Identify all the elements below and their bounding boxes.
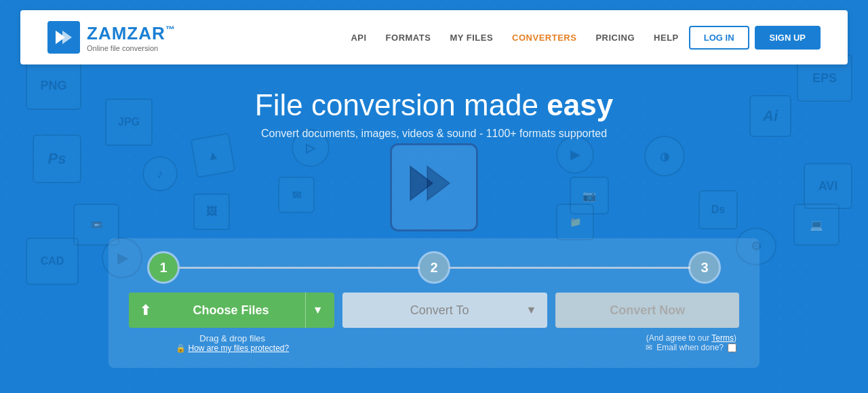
nav-link-converters[interactable]: CONVERTERS bbox=[512, 33, 576, 43]
agree-area: (And agree to our Terms) ✉ Email when do… bbox=[535, 333, 736, 353]
drag-drop-area: Drag & drop files 🔒 How are my files pro… bbox=[132, 333, 333, 353]
steps-indicator: 1 2 3 bbox=[129, 253, 739, 282]
nav-item-myfiles[interactable]: MY FILES bbox=[450, 31, 493, 43]
nav-item-formats[interactable]: FORMATS bbox=[386, 31, 431, 43]
form-below: Drag & drop files 🔒 How are my files pro… bbox=[129, 333, 739, 353]
step-line-1 bbox=[178, 267, 420, 269]
logo-tagline: Online file conversion bbox=[87, 44, 176, 52]
step-3-number: 3 bbox=[701, 260, 708, 276]
hero-title: File conversion made easy bbox=[0, 88, 868, 122]
convert-to-dropdown-arrow[interactable]: ▼ bbox=[526, 304, 537, 316]
email-text-area: ✉ Email when done? bbox=[535, 343, 736, 352]
convert-to-label: Convert To bbox=[353, 303, 526, 318]
nav-link-myfiles[interactable]: MY FILES bbox=[450, 33, 493, 43]
logo-icon bbox=[47, 21, 80, 54]
nav-link-help[interactable]: HELP bbox=[654, 33, 679, 43]
step-1: 1 bbox=[149, 253, 178, 282]
step-3: 3 bbox=[690, 253, 719, 282]
email-icon: ✉ bbox=[646, 343, 652, 352]
nav-item-api[interactable]: API bbox=[351, 31, 366, 43]
empty-center bbox=[333, 333, 534, 353]
agree-text: (And agree to our Terms) bbox=[535, 333, 736, 343]
step-2: 2 bbox=[420, 253, 448, 282]
drag-drop-text: Drag & drop files bbox=[132, 333, 333, 343]
buttons-row: ⬆ Choose Files ▼ Convert To ▼ Convert No… bbox=[129, 293, 739, 328]
login-button[interactable]: LOG IN bbox=[689, 26, 749, 50]
step-1-number: 1 bbox=[159, 260, 167, 276]
nav-item-help[interactable]: HELP bbox=[654, 31, 679, 43]
logo-name-text: ZAMZAR bbox=[87, 23, 165, 43]
hero-title-normal: File conversion made bbox=[255, 88, 547, 121]
navbar: ZAMZAR™ Online file conversion API FORMA… bbox=[20, 10, 848, 64]
signup-button[interactable]: SIGN UP bbox=[755, 26, 821, 50]
center-logo-box bbox=[390, 143, 478, 231]
choose-files-button[interactable]: ⬆ Choose Files ▼ bbox=[129, 293, 334, 328]
upload-icon: ⬆ bbox=[140, 302, 151, 318]
nav-links: API FORMATS MY FILES CONVERTERS PRICING … bbox=[351, 31, 678, 43]
play-arrows-icon bbox=[407, 160, 461, 215]
step-line-2 bbox=[448, 267, 690, 269]
protected-link-area: 🔒 How are my files protected? bbox=[132, 343, 333, 353]
logo-tm: ™ bbox=[165, 24, 176, 35]
hero-title-bold: easy bbox=[547, 88, 613, 121]
hero-section: File conversion made easy Convert docume… bbox=[0, 75, 868, 140]
nav-link-api[interactable]: API bbox=[351, 33, 366, 43]
convert-now-button[interactable]: Convert Now bbox=[555, 293, 739, 328]
nav-item-converters[interactable]: CONVERTERS bbox=[512, 31, 576, 43]
logo-name: ZAMZAR™ bbox=[87, 23, 176, 44]
nav-item-pricing[interactable]: PRICING bbox=[595, 31, 635, 43]
choose-files-label: Choose Files bbox=[157, 303, 305, 318]
convert-to-button[interactable]: Convert To ▼ bbox=[342, 293, 548, 328]
logo-area: ZAMZAR™ Online file conversion bbox=[47, 21, 176, 54]
lock-icon: 🔒 bbox=[176, 343, 186, 353]
svg-marker-1 bbox=[62, 31, 72, 44]
protected-link[interactable]: How are my files protected? bbox=[188, 343, 289, 353]
step-2-number: 2 bbox=[430, 260, 437, 276]
email-label: Email when done? bbox=[656, 343, 724, 352]
logo-text: ZAMZAR™ Online file conversion bbox=[87, 23, 176, 52]
center-logo bbox=[0, 143, 868, 231]
email-checkbox[interactable] bbox=[728, 343, 736, 352]
nav-link-pricing[interactable]: PRICING bbox=[595, 33, 635, 43]
nav-link-formats[interactable]: FORMATS bbox=[386, 33, 431, 43]
choose-files-dropdown-arrow[interactable]: ▼ bbox=[305, 293, 323, 328]
svg-marker-3 bbox=[427, 166, 450, 200]
hero-subtitle: Convert documents, images, videos & soun… bbox=[0, 128, 868, 140]
terms-link[interactable]: Terms bbox=[711, 333, 734, 343]
conversion-form: 1 2 3 ⬆ Choose Files ▼ Convert To ▼ Conv… bbox=[108, 238, 760, 368]
